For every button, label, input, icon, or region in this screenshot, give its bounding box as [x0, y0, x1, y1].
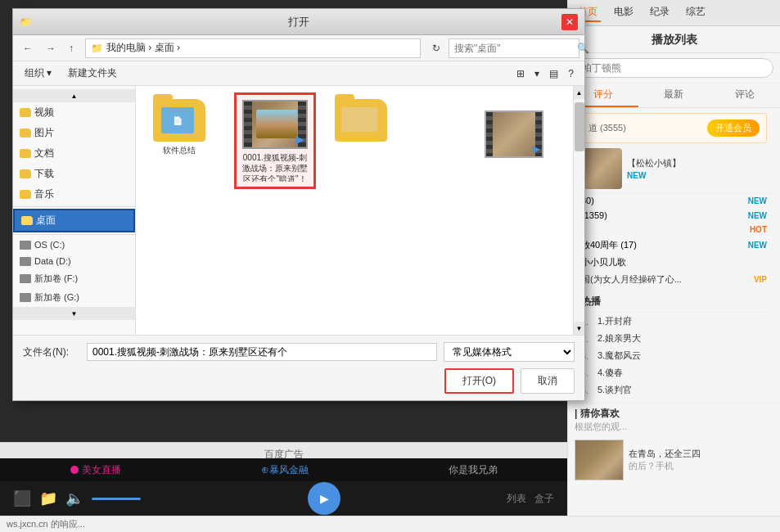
hot-title-3: 3.魔都风云	[597, 349, 641, 362]
hot-play-list: 1. 1.开封府 2. 2.娘亲男大 3. 3.魔都风云 4. 4.傻春 5.	[581, 313, 767, 403]
sidebar-drive-g[interactable]: 新加卷 (G:)	[13, 288, 135, 307]
list-btn[interactable]: 列表	[507, 492, 526, 506]
help-button[interactable]: ?	[564, 65, 578, 82]
vip-row: 道 (3555) 开通会员	[581, 113, 767, 143]
cancel-button[interactable]: 取消	[521, 368, 575, 394]
play-main-button[interactable]	[308, 482, 340, 515]
score-row-4: 放40周年 (17) NEW	[575, 237, 773, 254]
volume-button[interactable]: 🔈	[65, 489, 83, 507]
volume-bar[interactable]	[92, 498, 141, 500]
sidebar-folder-desktop[interactable]: 桌面	[13, 209, 135, 232]
thumb-card-1[interactable]: 【松松小镇】 NEW	[575, 145, 773, 193]
view-list-button[interactable]: ▤	[545, 65, 562, 82]
file-item-folder2[interactable]	[324, 92, 398, 151]
filetype-select[interactable]: 常见媒体格式	[444, 342, 575, 362]
tab-review[interactable]: 评论	[710, 83, 780, 107]
back-button[interactable]: ←	[18, 41, 38, 56]
nav-movies[interactable]: 电影	[611, 3, 637, 22]
desktop-label: 桌面	[36, 214, 56, 228]
hot-play-section: 热播 1. 1.开封府 2. 2.娘亲男大 3. 3.魔都风云 4. 4.傻春	[575, 288, 773, 403]
folder-icon-breadcrumb: 📁	[91, 43, 103, 54]
live-btn[interactable]: 美女直播	[70, 463, 121, 477]
video-arrow-1: ▶	[295, 133, 304, 146]
score-label-4: 放40周年 (17)	[581, 239, 637, 251]
forward-button[interactable]: →	[41, 41, 61, 56]
filename-input[interactable]	[87, 343, 437, 361]
folder-icon-download	[20, 169, 31, 178]
hot-item-1[interactable]: 1. 1.开封府	[581, 313, 767, 330]
file-item-video2[interactable]: ▶	[485, 110, 543, 158]
dialog-sidebar: ▲ 视频 图片 文档 下载 音乐	[13, 86, 136, 335]
live-dot-icon	[70, 466, 79, 474]
open-button[interactable]: 打开(O)	[444, 368, 514, 394]
hot-item-4[interactable]: 4. 4.傻春	[581, 364, 767, 381]
sidebar-folder-doc[interactable]: 文档	[13, 143, 135, 164]
folder-button[interactable]: 📁	[39, 489, 57, 507]
drive-icon-d	[20, 257, 31, 266]
tab-newest[interactable]: 最新	[638, 83, 709, 107]
scrollbar-vertical[interactable]: ▲ ▼	[573, 86, 584, 335]
sidebar-drive-d[interactable]: Data (D:)	[13, 253, 135, 269]
up-button[interactable]: ↑	[64, 41, 79, 56]
dialog-title: 打开	[36, 15, 561, 29]
guess-subtitle: 根据您的观...	[575, 421, 773, 433]
bottom-thumb-text: 在青岛，还全三四 的后？手机	[629, 448, 701, 472]
nav-variety[interactable]: 综艺	[683, 3, 709, 22]
hot-title-6: 6.小猪多鹤	[597, 401, 641, 403]
folder-icon-music	[20, 190, 31, 199]
score-row-5: 小小贝儿歌	[575, 254, 773, 271]
dialog-toolbar: ← → ↑ 📁 我的电脑 › 桌面 › ↻ 🔍	[13, 35, 584, 61]
file-item-video1[interactable]: ▶ 0001.搜狐视频-刺激战场：原来别墅区还有个"暗道"！难道里...	[234, 92, 316, 189]
new-badge-2: NEW	[748, 211, 767, 220]
scrollbar-thumb[interactable]	[575, 102, 584, 151]
folder-icon-video	[20, 108, 31, 117]
sidebar-folder-picture[interactable]: 图片	[13, 123, 135, 143]
new-folder-button[interactable]: 新建文件夹	[63, 65, 122, 82]
scroll-up[interactable]: ▲	[13, 89, 135, 102]
search-input[interactable]	[575, 58, 773, 78]
view-details-button[interactable]: ▾	[530, 65, 543, 82]
search-input-dialog[interactable]	[454, 43, 577, 54]
filename-label: 文件名(N):	[23, 345, 80, 359]
prev-button[interactable]: ⬛	[13, 489, 31, 507]
organize-label: 组织 ▾	[25, 66, 52, 80]
scrollbar-down-btn[interactable]: ▼	[574, 322, 584, 335]
guess-section: | 猜你喜欢 根据您的观...	[568, 403, 780, 436]
finance-btn[interactable]: ⊕暴风金融	[261, 463, 309, 477]
video-arrow-2: ▶	[533, 143, 540, 155]
nav-documentary[interactable]: 纪录	[647, 3, 673, 22]
sidebar-folder-download[interactable]: 下载	[13, 164, 135, 184]
bottom-thumb[interactable]: 在青岛，还全三四 的后？手机	[568, 436, 780, 484]
breadcrumb[interactable]: 📁 我的电脑 › 桌面 ›	[85, 38, 421, 58]
search-icon: 🔍	[577, 43, 589, 54]
scroll-down[interactable]: ▼	[13, 307, 135, 320]
hot-item-3[interactable]: 3. 3.魔都风云	[581, 347, 767, 364]
box-btn[interactable]: 盒子	[534, 492, 554, 506]
hot-item-5[interactable]: 5. 5.谈判官	[581, 381, 767, 399]
sidebar-drive-f[interactable]: 新加卷 (F:)	[13, 269, 135, 288]
score-label-6: 国(为女人月经操碎了心...	[581, 273, 682, 286]
sidebar-drive-c[interactable]: OS (C:)	[13, 237, 135, 253]
file-item-rjzj[interactable]: 📄 软件总结	[142, 92, 216, 189]
dialog-close-button[interactable]: ✕	[561, 14, 578, 30]
finance-label: ⊕暴风金融	[261, 464, 309, 476]
refresh-button[interactable]: ↻	[427, 41, 445, 56]
score-row-6: 国(为女人月经操碎了心... VIP	[575, 271, 773, 288]
friend-text: 你是我兄弟	[449, 463, 498, 477]
video-preview-img	[256, 110, 297, 138]
thumb-avatar-1	[581, 148, 622, 189]
scrollbar-up-btn[interactable]: ▲	[574, 86, 584, 99]
sidebar-folder-video[interactable]: 视频	[13, 102, 135, 123]
filename-row: 文件名(N): 常见媒体格式	[23, 342, 575, 362]
file-label-rjzj: 软件总结	[163, 145, 196, 156]
video-thumb-1: ▶	[242, 100, 308, 149]
new-badge-3: NEW	[748, 241, 767, 250]
score-row-2: (1359) NEW	[575, 208, 773, 223]
view-grid-button[interactable]: ⊞	[512, 65, 529, 82]
sidebar-folder-music[interactable]: 音乐	[13, 184, 135, 205]
vip-button[interactable]: 开通会员	[707, 119, 760, 137]
view-icons: ⊞ ▾ ▤ ?	[512, 65, 578, 82]
organize-button[interactable]: 组织 ▾	[20, 65, 56, 82]
hot-item-2[interactable]: 2. 2.娘亲男大	[581, 330, 767, 347]
folder-icon-picture	[20, 128, 31, 138]
